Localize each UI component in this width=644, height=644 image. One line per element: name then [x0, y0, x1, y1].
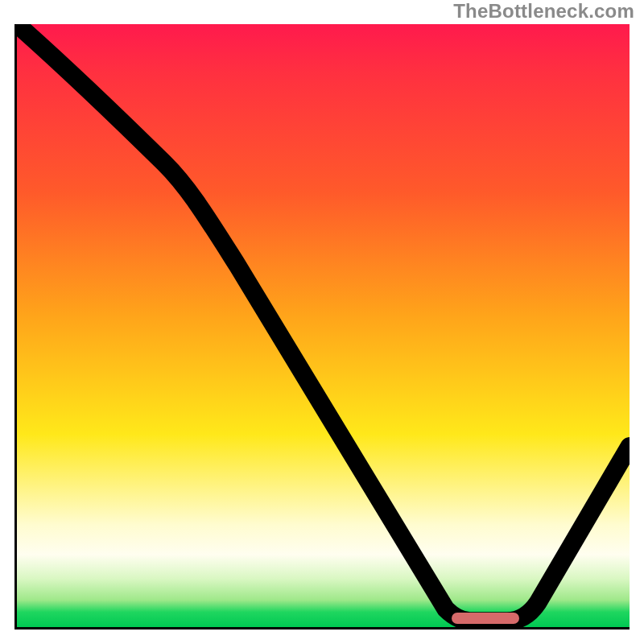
plot-area	[14, 24, 630, 630]
chart-canvas: TheBottleneck.com	[0, 0, 644, 644]
attribution-text: TheBottleneck.com	[453, 0, 634, 23]
heat-gradient-background	[17, 24, 630, 627]
